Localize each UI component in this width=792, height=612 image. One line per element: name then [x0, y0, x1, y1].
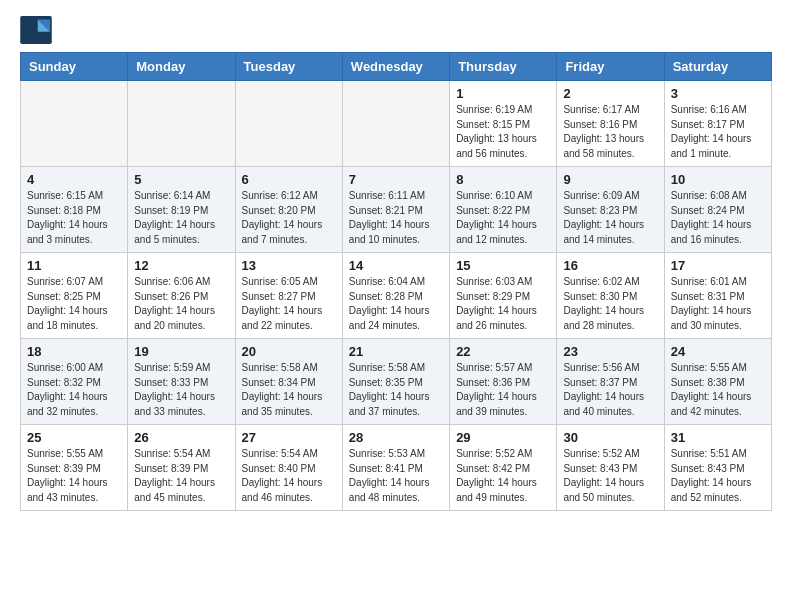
day-number: 3 — [671, 86, 765, 101]
day-info: Sunrise: 6:03 AMSunset: 8:29 PMDaylight:… — [456, 275, 550, 333]
day-number: 17 — [671, 258, 765, 273]
calendar-row-3: 11Sunrise: 6:07 AMSunset: 8:25 PMDayligh… — [21, 253, 772, 339]
day-info: Sunrise: 6:17 AMSunset: 8:16 PMDaylight:… — [563, 103, 657, 161]
calendar-cell — [235, 81, 342, 167]
calendar-cell — [21, 81, 128, 167]
calendar-cell: 26Sunrise: 5:54 AMSunset: 8:39 PMDayligh… — [128, 425, 235, 511]
calendar-cell: 28Sunrise: 5:53 AMSunset: 8:41 PMDayligh… — [342, 425, 449, 511]
day-info: Sunrise: 5:53 AMSunset: 8:41 PMDaylight:… — [349, 447, 443, 505]
day-info: Sunrise: 6:09 AMSunset: 8:23 PMDaylight:… — [563, 189, 657, 247]
calendar-cell: 13Sunrise: 6:05 AMSunset: 8:27 PMDayligh… — [235, 253, 342, 339]
calendar-cell: 15Sunrise: 6:03 AMSunset: 8:29 PMDayligh… — [450, 253, 557, 339]
day-info: Sunrise: 5:54 AMSunset: 8:39 PMDaylight:… — [134, 447, 228, 505]
calendar-cell: 31Sunrise: 5:51 AMSunset: 8:43 PMDayligh… — [664, 425, 771, 511]
day-number: 13 — [242, 258, 336, 273]
calendar-cell: 21Sunrise: 5:58 AMSunset: 8:35 PMDayligh… — [342, 339, 449, 425]
calendar-cell: 17Sunrise: 6:01 AMSunset: 8:31 PMDayligh… — [664, 253, 771, 339]
day-info: Sunrise: 6:01 AMSunset: 8:31 PMDaylight:… — [671, 275, 765, 333]
calendar-cell: 22Sunrise: 5:57 AMSunset: 8:36 PMDayligh… — [450, 339, 557, 425]
day-number: 30 — [563, 430, 657, 445]
calendar-cell: 7Sunrise: 6:11 AMSunset: 8:21 PMDaylight… — [342, 167, 449, 253]
calendar-cell: 2Sunrise: 6:17 AMSunset: 8:16 PMDaylight… — [557, 81, 664, 167]
day-info: Sunrise: 6:14 AMSunset: 8:19 PMDaylight:… — [134, 189, 228, 247]
header — [20, 16, 772, 44]
calendar-cell — [342, 81, 449, 167]
day-number: 8 — [456, 172, 550, 187]
day-number: 29 — [456, 430, 550, 445]
calendar-row-5: 25Sunrise: 5:55 AMSunset: 8:39 PMDayligh… — [21, 425, 772, 511]
day-number: 11 — [27, 258, 121, 273]
day-info: Sunrise: 6:15 AMSunset: 8:18 PMDaylight:… — [27, 189, 121, 247]
calendar-cell: 19Sunrise: 5:59 AMSunset: 8:33 PMDayligh… — [128, 339, 235, 425]
day-info: Sunrise: 6:19 AMSunset: 8:15 PMDaylight:… — [456, 103, 550, 161]
day-info: Sunrise: 5:55 AMSunset: 8:38 PMDaylight:… — [671, 361, 765, 419]
day-info: Sunrise: 6:05 AMSunset: 8:27 PMDaylight:… — [242, 275, 336, 333]
calendar-cell: 3Sunrise: 6:16 AMSunset: 8:17 PMDaylight… — [664, 81, 771, 167]
col-header-sunday: Sunday — [21, 53, 128, 81]
day-number: 20 — [242, 344, 336, 359]
day-number: 5 — [134, 172, 228, 187]
day-info: Sunrise: 5:52 AMSunset: 8:42 PMDaylight:… — [456, 447, 550, 505]
calendar-row-1: 1Sunrise: 6:19 AMSunset: 8:15 PMDaylight… — [21, 81, 772, 167]
day-number: 6 — [242, 172, 336, 187]
calendar-cell: 1Sunrise: 6:19 AMSunset: 8:15 PMDaylight… — [450, 81, 557, 167]
day-info: Sunrise: 5:54 AMSunset: 8:40 PMDaylight:… — [242, 447, 336, 505]
calendar-row-2: 4Sunrise: 6:15 AMSunset: 8:18 PMDaylight… — [21, 167, 772, 253]
day-number: 2 — [563, 86, 657, 101]
day-number: 14 — [349, 258, 443, 273]
day-number: 7 — [349, 172, 443, 187]
day-info: Sunrise: 5:59 AMSunset: 8:33 PMDaylight:… — [134, 361, 228, 419]
col-header-wednesday: Wednesday — [342, 53, 449, 81]
calendar-cell: 6Sunrise: 6:12 AMSunset: 8:20 PMDaylight… — [235, 167, 342, 253]
col-header-friday: Friday — [557, 53, 664, 81]
day-number: 19 — [134, 344, 228, 359]
logo — [20, 16, 56, 44]
col-header-thursday: Thursday — [450, 53, 557, 81]
calendar-cell: 11Sunrise: 6:07 AMSunset: 8:25 PMDayligh… — [21, 253, 128, 339]
col-header-monday: Monday — [128, 53, 235, 81]
calendar-cell: 14Sunrise: 6:04 AMSunset: 8:28 PMDayligh… — [342, 253, 449, 339]
col-header-tuesday: Tuesday — [235, 53, 342, 81]
day-number: 1 — [456, 86, 550, 101]
day-number: 24 — [671, 344, 765, 359]
calendar-cell: 25Sunrise: 5:55 AMSunset: 8:39 PMDayligh… — [21, 425, 128, 511]
calendar: SundayMondayTuesdayWednesdayThursdayFrid… — [20, 52, 772, 511]
day-number: 23 — [563, 344, 657, 359]
calendar-header-row: SundayMondayTuesdayWednesdayThursdayFrid… — [21, 53, 772, 81]
day-info: Sunrise: 5:51 AMSunset: 8:43 PMDaylight:… — [671, 447, 765, 505]
day-number: 16 — [563, 258, 657, 273]
day-number: 22 — [456, 344, 550, 359]
calendar-cell: 24Sunrise: 5:55 AMSunset: 8:38 PMDayligh… — [664, 339, 771, 425]
day-info: Sunrise: 6:12 AMSunset: 8:20 PMDaylight:… — [242, 189, 336, 247]
calendar-cell: 27Sunrise: 5:54 AMSunset: 8:40 PMDayligh… — [235, 425, 342, 511]
day-info: Sunrise: 5:58 AMSunset: 8:35 PMDaylight:… — [349, 361, 443, 419]
logo-icon — [20, 16, 52, 44]
day-number: 21 — [349, 344, 443, 359]
day-info: Sunrise: 6:06 AMSunset: 8:26 PMDaylight:… — [134, 275, 228, 333]
calendar-row-4: 18Sunrise: 6:00 AMSunset: 8:32 PMDayligh… — [21, 339, 772, 425]
calendar-cell: 16Sunrise: 6:02 AMSunset: 8:30 PMDayligh… — [557, 253, 664, 339]
day-info: Sunrise: 5:56 AMSunset: 8:37 PMDaylight:… — [563, 361, 657, 419]
day-number: 15 — [456, 258, 550, 273]
day-info: Sunrise: 6:04 AMSunset: 8:28 PMDaylight:… — [349, 275, 443, 333]
day-info: Sunrise: 6:08 AMSunset: 8:24 PMDaylight:… — [671, 189, 765, 247]
day-info: Sunrise: 5:55 AMSunset: 8:39 PMDaylight:… — [27, 447, 121, 505]
day-number: 9 — [563, 172, 657, 187]
day-number: 25 — [27, 430, 121, 445]
calendar-cell: 12Sunrise: 6:06 AMSunset: 8:26 PMDayligh… — [128, 253, 235, 339]
calendar-cell: 8Sunrise: 6:10 AMSunset: 8:22 PMDaylight… — [450, 167, 557, 253]
day-info: Sunrise: 6:16 AMSunset: 8:17 PMDaylight:… — [671, 103, 765, 161]
calendar-cell: 9Sunrise: 6:09 AMSunset: 8:23 PMDaylight… — [557, 167, 664, 253]
calendar-cell: 30Sunrise: 5:52 AMSunset: 8:43 PMDayligh… — [557, 425, 664, 511]
day-number: 31 — [671, 430, 765, 445]
day-info: Sunrise: 5:58 AMSunset: 8:34 PMDaylight:… — [242, 361, 336, 419]
day-info: Sunrise: 5:52 AMSunset: 8:43 PMDaylight:… — [563, 447, 657, 505]
day-number: 28 — [349, 430, 443, 445]
calendar-cell: 20Sunrise: 5:58 AMSunset: 8:34 PMDayligh… — [235, 339, 342, 425]
page: SundayMondayTuesdayWednesdayThursdayFrid… — [0, 0, 792, 527]
day-number: 27 — [242, 430, 336, 445]
day-number: 4 — [27, 172, 121, 187]
day-info: Sunrise: 5:57 AMSunset: 8:36 PMDaylight:… — [456, 361, 550, 419]
calendar-cell: 4Sunrise: 6:15 AMSunset: 8:18 PMDaylight… — [21, 167, 128, 253]
day-info: Sunrise: 6:02 AMSunset: 8:30 PMDaylight:… — [563, 275, 657, 333]
